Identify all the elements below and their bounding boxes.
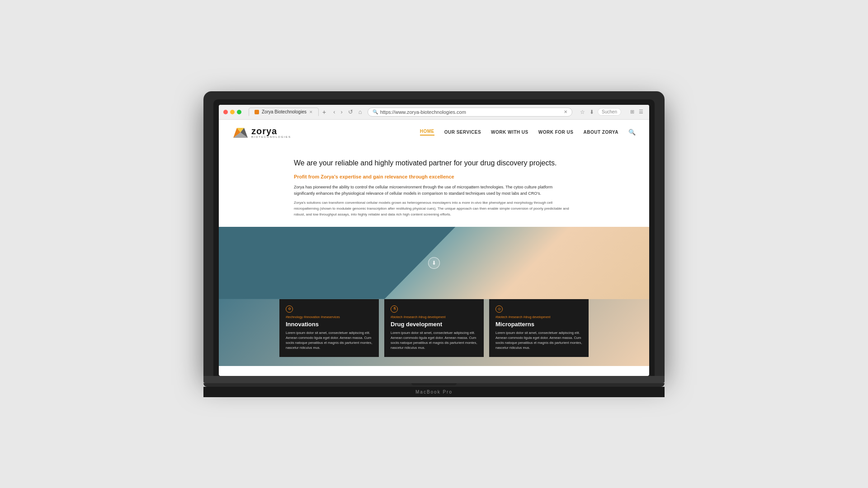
url-text: https://www.zorya-biotechnologies.com: [380, 109, 561, 115]
card-tags-drug: #biotech #research #drug development: [391, 315, 477, 319]
hero-desc1: Zorya has pioneered the ability to contr…: [294, 184, 574, 197]
tab-title: Zorya Biotechnologies: [262, 109, 307, 114]
card-icon-micropatterns: ◎: [495, 305, 503, 313]
laptop-container: Zorya Biotechnologies ✕ + ‹ › ↺ ⌂ 🔍 http…: [203, 91, 665, 397]
card-title-drug: Drug development: [391, 321, 477, 328]
logo-icon: [232, 126, 249, 139]
nav-search-icon[interactable]: 🔍: [628, 129, 636, 136]
browser-chrome: Zorya Biotechnologies ✕ + ‹ › ↺ ⌂ 🔍 http…: [219, 105, 649, 120]
dot-red[interactable]: [223, 110, 228, 114]
scroll-indicator[interactable]: ⬇: [428, 257, 440, 269]
browser-right-actions: ☆ ⬇ Suchen: [579, 108, 621, 116]
nav-services[interactable]: OUR SERVICES: [444, 130, 481, 135]
browser-nav-buttons: ‹ › ↺ ⌂: [331, 108, 364, 116]
card-text-micropatterns: Lorem ipsum dolor sit amet, consectetuer…: [495, 330, 582, 351]
download-icon[interactable]: ⬇: [588, 108, 595, 116]
laptop-notch: [411, 383, 457, 385]
logo-name: zorya: [251, 127, 291, 136]
website-content: zorya BIOTECHNOLOGIES HOME OUR SERVICES …: [219, 120, 649, 374]
reload-button[interactable]: ↺: [346, 108, 355, 116]
home-button[interactable]: ⌂: [357, 108, 364, 116]
tab-favicon: [255, 110, 259, 114]
logo-subtitle: BIOTECHNOLOGIES: [251, 136, 291, 138]
laptop-body: Zorya Biotechnologies ✕ + ‹ › ↺ ⌂ 🔍 http…: [203, 91, 665, 376]
nav-about[interactable]: ABOUT ZORYA: [583, 130, 618, 135]
card-title-micropatterns: Micropatterns: [495, 321, 582, 328]
dot-green[interactable]: [237, 110, 241, 114]
card-icon-innovations: ⚙: [286, 305, 293, 313]
hero-section: We are your reliable and highly motivate…: [280, 145, 588, 227]
hero-tagline: Profit from Zorya's expertise and gain r…: [294, 174, 574, 179]
hero-desc2: Zorya's solutions can transform conventi…: [294, 200, 574, 217]
wave-section: ⬇: [219, 227, 649, 299]
macbook-label: MacBook Pro: [203, 387, 665, 397]
search-text-input[interactable]: Suchen: [598, 108, 621, 116]
reader-icon[interactable]: ☰: [637, 108, 645, 116]
nav-links: HOME OUR SERVICES WORK WITH US WORK FOR …: [420, 129, 636, 136]
card-drug-development: ⚗ #biotech #research #drug development D…: [384, 299, 484, 357]
extensions-icon[interactable]: ⊞: [628, 108, 636, 116]
laptop-base: [203, 376, 665, 383]
browser-dots: [223, 110, 241, 114]
card-icon-drug: ⚗: [391, 305, 398, 313]
cards-section: ⚙ #technology #innovation #newservices I…: [219, 299, 649, 366]
logo-text: zorya BIOTECHNOLOGIES: [251, 127, 291, 138]
toolbar-icons: ⊞ ☰: [628, 108, 645, 116]
dot-yellow[interactable]: [230, 110, 235, 114]
tab-bar-inline: Zorya Biotechnologies ✕ +: [249, 108, 328, 116]
nav-work-for[interactable]: WORK FOR US: [538, 130, 574, 135]
screen: Zorya Biotechnologies ✕ + ‹ › ↺ ⌂ 🔍 http…: [219, 105, 649, 376]
forward-button[interactable]: ›: [339, 108, 344, 116]
refresh-icon: ✕: [564, 109, 567, 114]
card-text-innovations: Lorem ipsum dolor sit amet, consectetuer…: [286, 330, 373, 351]
new-tab-button[interactable]: +: [321, 108, 328, 116]
laptop-bottom: [203, 383, 665, 387]
browser-tab-active[interactable]: Zorya Biotechnologies ✕: [249, 108, 319, 116]
hero-headline: We are your reliable and highly motivate…: [294, 158, 574, 169]
card-micropatterns: ◎ #biotech #research #drug development M…: [489, 299, 589, 357]
screen-bezel: Zorya Biotechnologies ✕ + ‹ › ↺ ⌂ 🔍 http…: [213, 99, 655, 376]
tab-close-btn[interactable]: ✕: [309, 110, 313, 114]
card-tags-micropatterns: #biotech #research #drug development: [495, 315, 582, 319]
card-tags-innovations: #technology #innovation #newservices: [286, 315, 373, 319]
search-icon: 🔍: [373, 109, 378, 114]
address-bar[interactable]: 🔍 https://www.zorya-biotechnologies.com …: [368, 108, 572, 117]
card-text-drug: Lorem ipsum dolor sit amet, consectetuer…: [391, 330, 477, 351]
back-button[interactable]: ‹: [331, 108, 337, 116]
nav-work-with[interactable]: WORK WITH US: [491, 130, 528, 135]
card-innovations: ⚙ #technology #innovation #newservices I…: [279, 299, 379, 357]
card-title-innovations: Innovations: [286, 321, 373, 328]
logo[interactable]: zorya BIOTECHNOLOGIES: [232, 126, 291, 139]
bookmark-icon[interactable]: ☆: [579, 108, 586, 116]
site-nav: zorya BIOTECHNOLOGIES HOME OUR SERVICES …: [219, 120, 649, 145]
nav-home[interactable]: HOME: [420, 129, 434, 136]
